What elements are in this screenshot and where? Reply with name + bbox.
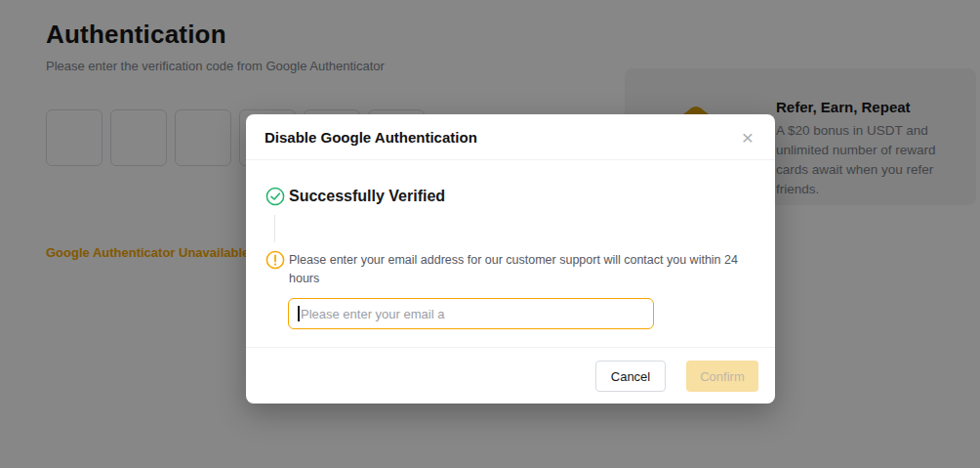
modal-footer-divider — [246, 347, 775, 348]
success-step-label: Successfully Verified — [289, 187, 445, 206]
step-connector-line — [274, 215, 275, 242]
warning-text-line: Please enter your email address for our … — [289, 251, 748, 270]
text-caret — [298, 306, 300, 321]
email-input[interactable] — [288, 298, 654, 329]
warning-text-line: hours — [289, 270, 748, 288]
modal-header: Disable Google Authentication × — [246, 114, 775, 160]
check-circle-icon — [265, 187, 285, 206]
modal-title: Disable Google Authentication — [265, 129, 477, 146]
exclamation-circle-icon — [265, 250, 285, 270]
security-page: Authentication Please enter the verifica… — [0, 0, 980, 468]
confirm-button[interactable]: Confirm — [686, 361, 758, 392]
email-field-wrapper — [288, 298, 654, 329]
close-icon[interactable]: × — [742, 127, 754, 148]
warning-step-text: Please enter your email address for our … — [289, 251, 748, 288]
cancel-button[interactable]: Cancel — [595, 361, 666, 392]
disable-google-authentication-modal: Disable Google Authentication × Successf… — [246, 114, 775, 404]
